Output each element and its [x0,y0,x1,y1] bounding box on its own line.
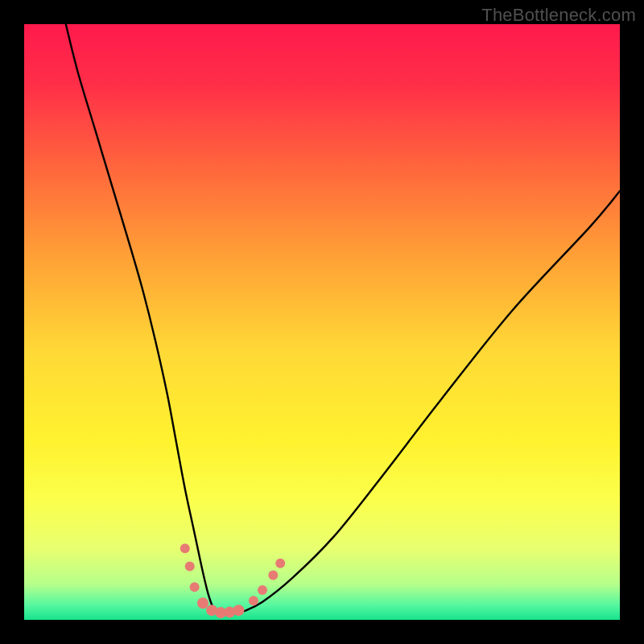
marker-group [180,543,285,618]
highlight-marker [197,597,208,609]
chart-frame: TheBottleneck.com [0,0,644,644]
highlight-marker [190,582,200,592]
highlight-marker [180,543,190,553]
curve-layer [24,24,620,620]
highlight-marker [275,559,285,568]
plot-area [24,24,620,620]
highlight-marker [258,585,267,595]
watermark-text: TheBottleneck.com [481,5,636,26]
highlight-marker [249,596,258,605]
bottleneck-curve [66,24,620,614]
highlight-marker [233,605,244,616]
highlight-marker [185,561,195,571]
highlight-marker [268,571,278,580]
